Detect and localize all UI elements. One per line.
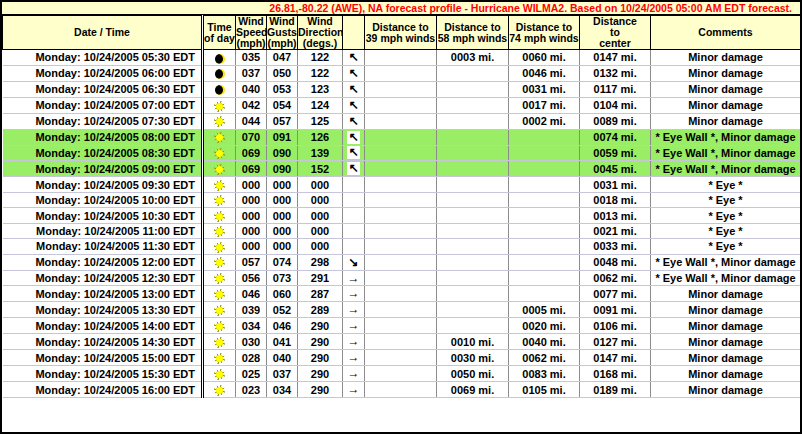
comments-cell: Minor damage bbox=[651, 334, 801, 350]
table-row: Monday: 10/24/2005 09:00 EDT069090152↖00… bbox=[3, 161, 801, 177]
wind-gusts-cell: 050 bbox=[267, 65, 298, 81]
comments-cell: * Eye * bbox=[651, 239, 801, 254]
col-header-distance-center: Distance to center bbox=[580, 16, 651, 50]
comments-cell: Minor damage bbox=[651, 350, 801, 366]
distance-39-cell bbox=[365, 382, 437, 398]
col-header-time-of-day: Time of day bbox=[203, 16, 236, 50]
distance-74-cell: 0105 mi. bbox=[509, 382, 580, 398]
wind-speed-cell: 023 bbox=[236, 382, 267, 398]
table-row: Monday: 10/24/2005 05:30 EDT035047122↖00… bbox=[3, 50, 801, 66]
col-header-comments: Comments bbox=[651, 16, 801, 50]
wind-speed-cell: 000 bbox=[236, 208, 267, 223]
time-of-day-cell bbox=[203, 334, 236, 350]
datetime-cell: Monday: 10/24/2005 14:00 EDT bbox=[3, 318, 203, 334]
distance-58-cell: 0010 mi. bbox=[437, 334, 509, 350]
wind-gusts-cell: 090 bbox=[267, 145, 298, 161]
e-arrow-icon: → bbox=[347, 351, 360, 364]
distance-39-cell bbox=[365, 192, 437, 207]
datetime-cell: Monday: 10/24/2005 15:30 EDT bbox=[3, 366, 203, 382]
wind-arrow-cell: ↖ bbox=[343, 145, 365, 161]
distance-58-cell bbox=[437, 129, 509, 145]
distance-58-cell bbox=[437, 254, 509, 270]
wind-arrow-cell: ↖ bbox=[343, 81, 365, 97]
wind-speed-cell: 000 bbox=[236, 192, 267, 207]
time-of-day-cell bbox=[203, 192, 236, 207]
wind-gusts-cell: 034 bbox=[267, 382, 298, 398]
time-of-day-cell bbox=[203, 239, 236, 254]
wind-direction-cell: 298 bbox=[298, 254, 343, 270]
distance-center-cell: 0059 mi. bbox=[580, 145, 651, 161]
distance-58-cell bbox=[437, 113, 509, 129]
wind-speed-cell: 044 bbox=[236, 113, 267, 129]
sun-icon bbox=[214, 132, 225, 143]
wind-gusts-cell: 054 bbox=[267, 97, 298, 113]
distance-58-cell bbox=[437, 65, 509, 81]
wind-direction-cell: 290 bbox=[298, 366, 343, 382]
wind-speed-cell: 069 bbox=[236, 145, 267, 161]
col-header-wind-speed: Wind Speed (mph) bbox=[236, 16, 267, 50]
table-row: Monday: 10/24/2005 07:30 EDT044057125↖00… bbox=[3, 113, 801, 129]
distance-58-cell: 0050 mi. bbox=[437, 366, 509, 382]
wind-direction-cell: 152 bbox=[298, 161, 343, 177]
distance-39-cell bbox=[365, 97, 437, 113]
sun-icon bbox=[214, 321, 225, 332]
wind-direction-cell: 000 bbox=[298, 177, 343, 192]
forecast-table-body: Monday: 10/24/2005 05:30 EDT035047122↖00… bbox=[3, 50, 801, 398]
distance-74-cell bbox=[509, 254, 580, 270]
wind-speed-cell: 034 bbox=[236, 318, 267, 334]
datetime-cell: Monday: 10/24/2005 05:30 EDT bbox=[3, 50, 203, 66]
table-row: Monday: 10/24/2005 07:00 EDT042054124↖00… bbox=[3, 97, 801, 113]
time-of-day-cell bbox=[203, 81, 236, 97]
comments-cell: * Eye * bbox=[651, 177, 801, 192]
distance-39-cell bbox=[365, 270, 437, 286]
table-row: Monday: 10/24/2005 10:00 EDT000000000001… bbox=[3, 192, 801, 207]
time-of-day-cell bbox=[203, 177, 236, 192]
time-of-day-cell bbox=[203, 223, 236, 238]
wind-speed-cell: 028 bbox=[236, 350, 267, 366]
table-row: Monday: 10/24/2005 16:00 EDT023034290→00… bbox=[3, 382, 801, 398]
table-row: Monday: 10/24/2005 14:30 EDT030041290→00… bbox=[3, 334, 801, 350]
wind-gusts-cell: 057 bbox=[267, 113, 298, 129]
distance-74-cell: 0083 mi. bbox=[509, 366, 580, 382]
distance-39-cell bbox=[365, 161, 437, 177]
wind-gusts-cell: 053 bbox=[267, 81, 298, 97]
wind-direction-cell: 290 bbox=[298, 382, 343, 398]
distance-58-cell bbox=[437, 192, 509, 207]
time-of-day-cell bbox=[203, 129, 236, 145]
col-header-wind-direction: Wind Direction (degs.) bbox=[298, 16, 343, 50]
comments-cell: Minor damage bbox=[651, 50, 801, 66]
time-of-day-cell bbox=[203, 366, 236, 382]
distance-39-cell bbox=[365, 254, 437, 270]
comments-cell: * Eye * bbox=[651, 223, 801, 238]
wind-direction-cell: 290 bbox=[298, 318, 343, 334]
wind-speed-cell: 000 bbox=[236, 223, 267, 238]
distance-58-cell bbox=[437, 286, 509, 302]
wind-speed-cell: 039 bbox=[236, 302, 267, 318]
sun-icon bbox=[214, 385, 225, 396]
forecast-profile-window: 26.81,-80.22 (AWE), NA forecast profile … bbox=[0, 0, 802, 434]
time-of-day-cell bbox=[203, 50, 236, 66]
distance-center-cell: 0021 mi. bbox=[580, 223, 651, 238]
col-header-distance-74: Distance to 74 mph winds bbox=[509, 16, 580, 50]
wind-direction-cell: 125 bbox=[298, 113, 343, 129]
wind-gusts-cell: 060 bbox=[267, 286, 298, 302]
datetime-cell: Monday: 10/24/2005 07:00 EDT bbox=[3, 97, 203, 113]
datetime-cell: Monday: 10/24/2005 10:00 EDT bbox=[3, 192, 203, 207]
distance-center-cell: 0045 mi. bbox=[580, 161, 651, 177]
datetime-cell: Monday: 10/24/2005 08:30 EDT bbox=[3, 145, 203, 161]
time-of-day-cell bbox=[203, 208, 236, 223]
nw-arrow-icon: ↖ bbox=[347, 51, 360, 64]
distance-74-cell bbox=[509, 161, 580, 177]
sun-icon bbox=[214, 195, 225, 206]
wind-direction-cell: 000 bbox=[298, 208, 343, 223]
distance-39-cell bbox=[365, 177, 437, 192]
distance-74-cell: 0020 mi. bbox=[509, 318, 580, 334]
wind-arrow-cell bbox=[343, 177, 365, 192]
distance-center-cell: 0018 mi. bbox=[580, 192, 651, 207]
datetime-cell: Monday: 10/24/2005 08:00 EDT bbox=[3, 129, 203, 145]
wind-arrow-cell: ↖ bbox=[343, 97, 365, 113]
comments-cell: * Eye Wall *, Minor damage bbox=[651, 145, 801, 161]
wind-gusts-cell: 047 bbox=[267, 50, 298, 66]
table-row: Monday: 10/24/2005 12:30 EDT056073291→00… bbox=[3, 270, 801, 286]
datetime-cell: Monday: 10/24/2005 11:00 EDT bbox=[3, 223, 203, 238]
